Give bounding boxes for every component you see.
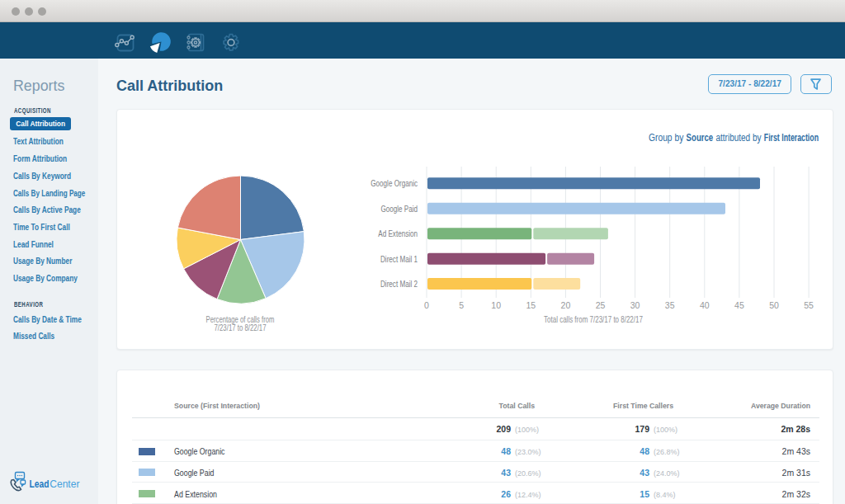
svg-text:Direct Mail 2: Direct Mail 2: [380, 280, 418, 289]
svg-text:10: 10: [491, 300, 501, 310]
svg-text:2m 28s: 2m 28s: [781, 424, 810, 434]
svg-text:15: 15: [526, 300, 536, 310]
svg-text:Ad Extension: Ad Extension: [174, 489, 217, 499]
svg-text:43: 43: [640, 468, 649, 478]
svg-text:25: 25: [596, 300, 606, 310]
svg-text:50: 50: [769, 300, 779, 310]
svg-text:Percentage of calls from: Percentage of calls from: [206, 315, 275, 324]
svg-text:Total Calls: Total Calls: [499, 402, 536, 410]
svg-text:Center: Center: [50, 478, 80, 490]
svg-text:Lead: Lead: [30, 478, 50, 490]
svg-text:45: 45: [734, 300, 744, 310]
svg-text:Average Duration: Average Duration: [751, 402, 810, 410]
svg-text:43: 43: [501, 468, 511, 478]
svg-text:(20.6%): (20.6%): [515, 469, 541, 478]
svg-text:7/23/17 to 8/22/17: 7/23/17 to 8/22/17: [215, 323, 267, 332]
svg-text:First Interaction: First Interaction: [764, 132, 819, 144]
svg-text:0: 0: [424, 300, 429, 310]
svg-text:179: 179: [635, 424, 649, 434]
svg-text:209: 209: [496, 424, 511, 434]
svg-text:Google Organic: Google Organic: [174, 446, 225, 456]
svg-text:Total calls from 7/23/17 to 8/: Total calls from 7/23/17 to 8/22/17: [544, 315, 643, 324]
svg-text:55: 55: [804, 300, 814, 310]
svg-text:30: 30: [630, 300, 640, 310]
svg-text:Ad Extension: Ad Extension: [378, 229, 418, 238]
svg-text:(26.8%): (26.8%): [654, 448, 680, 456]
svg-text:(23.0%): (23.0%): [515, 448, 541, 456]
svg-text:First Time Callers: First Time Callers: [613, 402, 673, 410]
svg-text:(100%): (100%): [515, 426, 539, 434]
svg-text:26: 26: [501, 489, 511, 499]
svg-text:35: 35: [665, 300, 675, 310]
svg-text:5: 5: [459, 300, 464, 310]
svg-text:40: 40: [700, 300, 710, 310]
svg-text:Google Organic: Google Organic: [371, 179, 418, 188]
svg-text:48: 48: [640, 446, 649, 456]
svg-text:2m 31s: 2m 31s: [782, 468, 810, 478]
svg-text:Group by: Group by: [649, 132, 684, 144]
svg-text:Source (First Interaction): Source (First Interaction): [174, 402, 260, 410]
svg-text:48: 48: [501, 446, 511, 456]
svg-text:Google Paid: Google Paid: [380, 205, 418, 214]
svg-text:20: 20: [561, 300, 571, 310]
svg-text:15: 15: [640, 489, 649, 499]
svg-text:2m 32s: 2m 32s: [782, 489, 810, 499]
svg-text:(24.0%): (24.0%): [654, 469, 680, 478]
svg-text:(100%): (100%): [654, 426, 677, 434]
svg-text:attributed by: attributed by: [716, 132, 762, 144]
svg-text:(8.4%): (8.4%): [654, 491, 676, 499]
svg-text:Source: Source: [687, 132, 714, 144]
svg-text:Google Paid: Google Paid: [174, 468, 215, 478]
svg-text:(12.4%): (12.4%): [515, 491, 541, 499]
svg-text:2m 43s: 2m 43s: [782, 446, 810, 456]
svg-text:Direct Mail 1: Direct Mail 1: [380, 255, 418, 264]
